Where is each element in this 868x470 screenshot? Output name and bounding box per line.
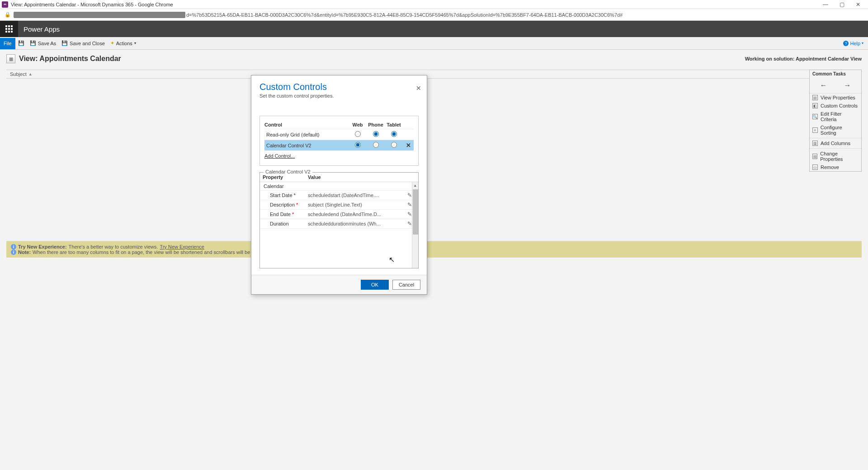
scroll-up-icon[interactable]: ▴ (412, 182, 418, 188)
control-row-readonly-grid[interactable]: Read-only Grid (default) (264, 129, 414, 140)
dialog-subtitle: Set the custom control properties. (259, 93, 419, 99)
prop-row-description: Description * subject (SingleLine.Text) … (260, 200, 418, 210)
th-control: Control (264, 122, 349, 127)
prop-name: Duration (270, 221, 289, 226)
prop-name: Description (270, 202, 295, 207)
th-value: Value (308, 174, 407, 180)
th-tablet: Tablet (385, 122, 403, 127)
scrollbar-vertical[interactable]: ▴ (412, 182, 418, 268)
th-property: Property (263, 174, 308, 180)
prop-name: End Date (270, 212, 291, 217)
radio-phone-calendar[interactable] (373, 142, 379, 148)
edit-icon[interactable]: ✎ (407, 192, 412, 198)
prop-value: scheduledstart (DateAndTime.... (308, 193, 407, 198)
prop-group-calendar: Calendar (260, 182, 418, 191)
required-icon: * (292, 212, 294, 217)
control-name: Read-only Grid (default) (264, 132, 349, 137)
radio-tablet-calendar[interactable] (391, 142, 397, 148)
prop-row-end-date: End Date * scheduledend (DateAndTime.D..… (260, 210, 418, 219)
control-name: Calendar Control V2 (264, 143, 349, 148)
remove-control-button[interactable]: ✕ (403, 142, 414, 149)
radio-web-readonly[interactable] (355, 131, 361, 137)
edit-icon[interactable]: ✎ (407, 202, 412, 208)
prop-value: subject (SingleLine.Text) (308, 202, 407, 207)
prop-row-duration: Duration scheduleddurationminutes (Wh...… (260, 219, 418, 229)
radio-tablet-readonly[interactable] (391, 131, 397, 137)
th-phone: Phone (367, 122, 385, 127)
controls-list: Control Web Phone Tablet Read-only Grid … (259, 116, 419, 166)
required-icon: * (296, 202, 298, 207)
prop-value: scheduledend (DateAndTime.D... (308, 212, 407, 217)
control-properties-fieldset: Calendar Control V2 Property Value Calen… (259, 172, 419, 268)
edit-icon[interactable]: ✎ (407, 221, 412, 227)
modal-overlay: Custom Controls Set the custom control p… (0, 0, 868, 470)
prop-value: scheduleddurationminutes (Wh... (308, 221, 407, 226)
fieldset-legend: Calendar Control V2 (264, 169, 312, 174)
dialog-close-button[interactable]: ✕ (416, 85, 421, 92)
scroll-thumb[interactable] (413, 189, 418, 235)
required-icon: * (294, 193, 296, 198)
ok-button[interactable]: OK (361, 280, 389, 290)
radio-web-calendar[interactable] (355, 142, 361, 148)
custom-controls-dialog: Custom Controls Set the custom control p… (251, 75, 427, 295)
dialog-footer: OK Cancel (251, 275, 427, 294)
radio-phone-readonly[interactable] (373, 131, 379, 137)
prop-row-start-date: Start Date * scheduledstart (DateAndTime… (260, 191, 418, 200)
edit-icon[interactable]: ✎ (407, 211, 412, 217)
th-web: Web (349, 122, 367, 127)
prop-name: Start Date (270, 193, 292, 198)
control-row-calendar-v2[interactable]: Calendar Control V2 ✕ (264, 140, 414, 150)
cancel-button[interactable]: Cancel (392, 280, 420, 290)
group-label: Calendar (263, 183, 308, 189)
add-control-link[interactable]: Add Control... (264, 153, 295, 159)
dialog-title: Custom Controls (259, 82, 419, 92)
